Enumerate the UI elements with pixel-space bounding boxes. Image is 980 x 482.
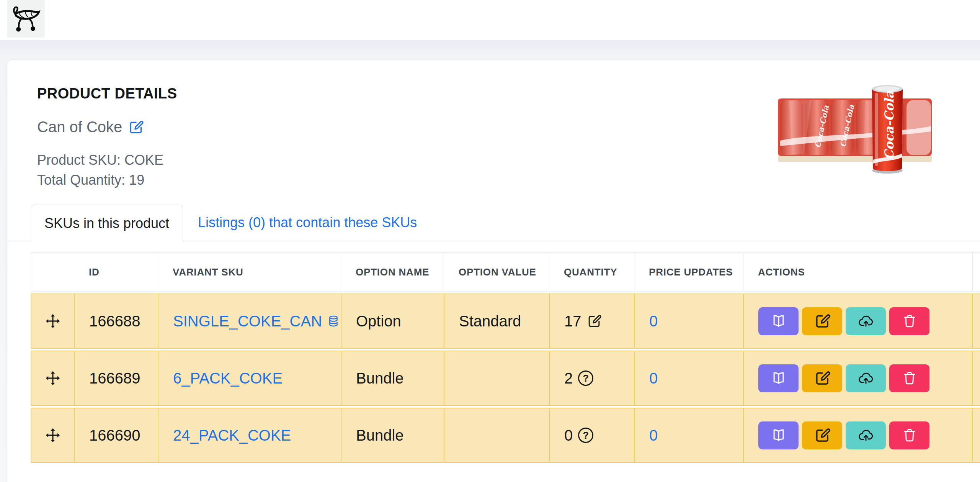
edit-sku-button[interactable] [802, 421, 842, 449]
header-option-value: OPTION VALUE [444, 252, 549, 292]
edit-sku-button[interactable] [802, 307, 842, 335]
open-book-icon [771, 313, 787, 329]
product-name: Can of Coke [37, 118, 122, 136]
extra-cell [972, 408, 980, 463]
trash-icon [902, 370, 918, 386]
option-name-cell: Bundle [341, 408, 444, 463]
view-listings-button[interactable] [758, 364, 799, 392]
table-row: 166690 24_PACK_COKE Bundle 0 ? 0 [31, 408, 980, 463]
quantity-value: 2 [564, 370, 573, 387]
open-book-icon [771, 370, 787, 386]
open-book-icon [771, 427, 787, 443]
variant-sku-link[interactable]: SINGLE_COKE_CAN [173, 313, 340, 330]
variant-sku-text: SINGLE_COKE_CAN [173, 313, 322, 330]
svg-text:Coca-Cola: Coca-Cola [882, 90, 897, 160]
variant-sku-link[interactable]: 24_PACK_COKE [173, 427, 291, 444]
option-value-cell [444, 351, 549, 406]
trash-icon [902, 313, 918, 329]
cloud-upload-icon [858, 427, 874, 443]
option-name-cell: Bundle [341, 351, 444, 406]
delete-sku-button[interactable] [889, 307, 929, 335]
edit-product-name-button[interactable] [128, 120, 144, 135]
price-updates-link[interactable]: 0 [649, 370, 658, 387]
row-drag-handle[interactable] [31, 293, 74, 349]
delete-sku-button[interactable] [889, 421, 929, 449]
tab-skus-label: SKUs in this product [44, 215, 169, 231]
option-name-cell: Option [341, 293, 444, 349]
price-updates-link[interactable]: 0 [649, 427, 658, 444]
help-icon: ? [578, 428, 593, 443]
app-logo[interactable] [7, 0, 45, 38]
product-image: Coca-Cola Coca-Cola Coca-Cola [777, 83, 942, 175]
header-actions: ACTIONS [743, 252, 972, 292]
tab-listings-label: Listings (0) that contain these SKUs [198, 215, 417, 231]
delete-sku-button[interactable] [889, 364, 929, 392]
edit-icon [128, 120, 144, 135]
view-listings-button[interactable] [758, 307, 799, 335]
cart-icon [10, 2, 42, 35]
tab-skus-in-product[interactable]: SKUs in this product [31, 205, 183, 242]
table-header-row: ID VARIANT SKU OPTION NAME OPTION VALUE … [31, 252, 980, 292]
option-value-cell [444, 408, 549, 463]
row-drag-handle[interactable] [31, 408, 74, 463]
cloud-upload-icon [858, 313, 874, 329]
header-extra [972, 252, 980, 292]
variant-sku-text: 6_PACK_COKE [173, 370, 283, 387]
table-row: 166688 SINGLE_COKE_CAN Option Standard 1… [31, 293, 980, 349]
quantity-value: 0 [564, 427, 573, 444]
header-id: ID [74, 252, 158, 292]
view-listings-button[interactable] [758, 421, 799, 449]
header-quantity: QUANTITY [549, 252, 634, 292]
top-bar [0, 0, 980, 40]
edit-sku-button[interactable] [802, 364, 842, 392]
total-quantity: Total Quantity: 19 [37, 172, 144, 188]
extra-cell [972, 293, 980, 349]
header-variant-sku: VARIANT SKU [158, 252, 341, 292]
pencil-square-icon [814, 313, 830, 329]
edit-icon [587, 314, 601, 328]
page-title: PRODUCT DETAILS [37, 85, 177, 102]
database-icon [327, 315, 340, 327]
price-updates-link[interactable]: 0 [649, 313, 658, 330]
trash-icon [902, 427, 918, 443]
upload-sku-button[interactable] [846, 307, 886, 335]
variant-sku-text: 24_PACK_COKE [173, 427, 291, 444]
table-row: 166689 6_PACK_COKE Bundle 2 ? 0 [31, 351, 980, 406]
edit-quantity-button[interactable] [587, 314, 601, 328]
option-value-cell: Standard [444, 293, 549, 349]
product-details-card: PRODUCT DETAILS Can of Coke Product SKU:… [7, 60, 980, 482]
quantity-value: 17 [564, 313, 581, 330]
upload-sku-button[interactable] [846, 364, 886, 392]
move-icon [45, 313, 61, 329]
product-sku: Product SKU: COKE [37, 152, 163, 168]
move-icon [45, 370, 61, 386]
move-icon [45, 427, 61, 443]
cloud-upload-icon [858, 370, 874, 386]
header-price-updates: PRICE UPDATES [634, 252, 743, 292]
header-drag [31, 252, 74, 292]
help-icon: ? [578, 371, 593, 386]
pencil-square-icon [814, 427, 830, 443]
id-cell: 166690 [74, 408, 158, 463]
upload-sku-button[interactable] [846, 421, 886, 449]
row-drag-handle[interactable] [31, 351, 74, 406]
variant-sku-link[interactable]: 6_PACK_COKE [173, 370, 283, 387]
id-cell: 166688 [74, 293, 158, 349]
sku-table: ID VARIANT SKU OPTION NAME OPTION VALUE … [31, 252, 980, 463]
extra-cell [972, 351, 980, 406]
header-option-name: OPTION NAME [341, 252, 444, 292]
id-cell: 166689 [74, 351, 158, 406]
tab-listings[interactable]: Listings (0) that contain these SKUs [198, 205, 417, 241]
pencil-square-icon [814, 370, 830, 386]
